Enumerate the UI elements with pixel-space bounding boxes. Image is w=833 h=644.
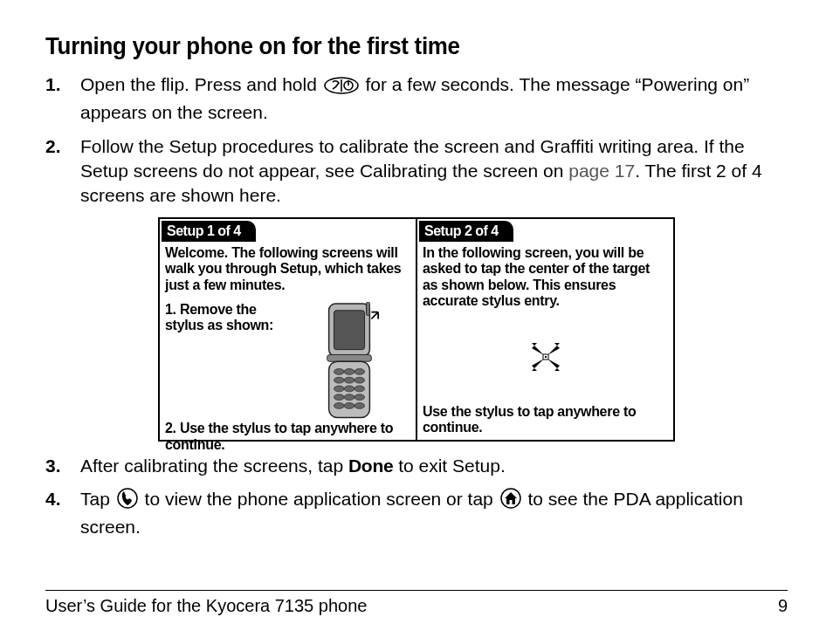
svg-point-11 [334, 377, 344, 383]
text: After calibrating the screens, tap [80, 456, 348, 476]
section-heading: Turning your phone on for the first time [45, 33, 758, 60]
screen-intro-text: In the following screen, you will be ask… [423, 245, 668, 310]
screen-step-text: 2. Use the stylus to tap anywhere to con… [165, 421, 410, 453]
page-footer: User’s Guide for the Kyocera 7135 phone … [45, 590, 788, 616]
svg-marker-27 [547, 359, 560, 371]
step-4: 4. Tap to view the phone application scr… [45, 487, 788, 540]
setup-screenshots: Setup 1 of 4 Welcome. The following scre… [158, 217, 675, 442]
step-number: 4. [45, 487, 80, 540]
text: Open the flip. Press and hold [80, 74, 322, 94]
screen-intro-text: Welcome. The following screens will walk… [165, 245, 410, 293]
done-label: Done [348, 456, 393, 476]
footer-title: User’s Guide for the Kyocera 7135 phone [45, 596, 367, 616]
step-number: 3. [45, 454, 80, 478]
svg-point-8 [334, 368, 344, 374]
svg-point-16 [355, 386, 365, 392]
step-body: Follow the Setup procedures to calibrate… [80, 134, 788, 209]
screen-bottom-text: Use the stylus to tap anywhere to contin… [423, 404, 668, 436]
steps-list-continued: 3. After calibrating the screens, tap Do… [45, 454, 788, 540]
setup-screen-2: Setup 2 of 4 In the following screen, yo… [417, 219, 673, 440]
footer-divider [45, 590, 788, 591]
text: to exit Setup. [393, 456, 505, 476]
svg-point-21 [344, 402, 355, 408]
calibration-target-icon [423, 309, 668, 404]
text: Tap [80, 489, 115, 509]
screen-title: Setup 1 of 4 [162, 221, 256, 242]
home-app-icon [500, 488, 521, 515]
step-number: 1. [45, 72, 80, 126]
svg-point-13 [355, 377, 365, 383]
svg-marker-24 [532, 343, 544, 355]
svg-point-12 [344, 377, 355, 383]
step-body: Open the flip. Press and hold for a few … [80, 72, 788, 126]
step-number: 2. [45, 134, 80, 209]
svg-marker-25 [547, 343, 560, 355]
step-1: 1. Open the flip. Press and hold for a f… [45, 72, 788, 126]
step-3: 3. After calibrating the screens, tap Do… [45, 454, 788, 478]
page-number: 9 [778, 596, 788, 616]
svg-rect-6 [327, 354, 372, 361]
svg-point-22 [355, 402, 365, 408]
setup-screen-1: Setup 1 of 4 Welcome. The following scre… [160, 219, 417, 440]
step-body: Tap to view the phone application screen… [80, 487, 788, 540]
screen-step-text: 1. Remove the stylus as shown: [165, 302, 283, 334]
svg-marker-26 [532, 359, 544, 371]
screen-title: Setup 2 of 4 [419, 221, 513, 242]
steps-list: 1. Open the flip. Press and hold for a f… [45, 72, 788, 209]
step-body: After calibrating the screens, tap Done … [80, 454, 788, 478]
svg-point-17 [334, 394, 344, 401]
svg-rect-23 [367, 302, 370, 316]
power-button-icon [324, 76, 359, 100]
phone-app-icon [117, 488, 138, 515]
svg-point-19 [355, 394, 365, 401]
svg-point-15 [344, 386, 355, 392]
svg-rect-5 [334, 311, 364, 350]
page-reference: page 17 [568, 161, 635, 181]
text: to view the phone application screen or … [145, 489, 499, 509]
step-2: 2. Follow the Setup procedures to calibr… [45, 134, 788, 209]
svg-rect-29 [545, 356, 547, 358]
flip-phone-illustration [288, 302, 410, 421]
svg-point-14 [334, 386, 344, 392]
svg-point-18 [344, 394, 355, 401]
svg-point-9 [344, 368, 355, 374]
svg-point-10 [355, 368, 365, 374]
svg-point-20 [334, 402, 344, 408]
